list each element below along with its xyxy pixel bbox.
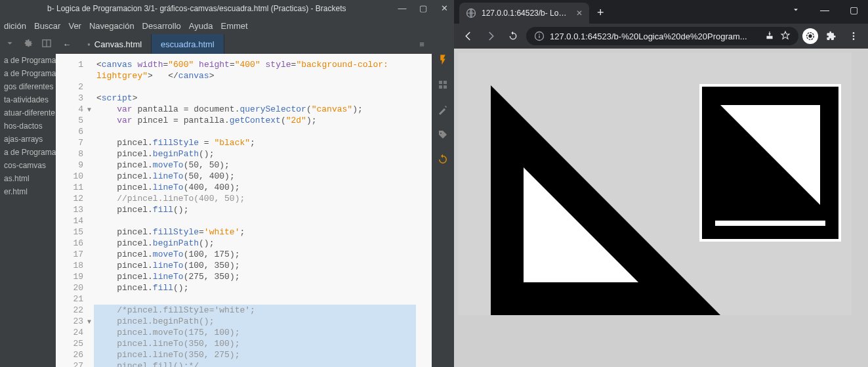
editor-area: ← Canvas.html escuadra.html ≡ 1234▼56789… — [56, 34, 432, 367]
back-button[interactable] — [459, 27, 478, 45]
reload-icon[interactable] — [437, 154, 449, 165]
svg-rect-9 — [539, 34, 539, 35]
svg-point-13 — [853, 35, 855, 37]
brackets-menubar: dición Buscar Ver Navegación Desarrollo … — [0, 17, 454, 34]
svg-rect-3 — [444, 81, 447, 84]
menu-item[interactable]: Emmet — [221, 21, 248, 31]
tree-item[interactable]: atuar-diferente — [0, 106, 56, 119]
svg-point-10 — [808, 34, 812, 37]
svg-rect-2 — [439, 81, 442, 84]
minimize-icon[interactable]: — — [810, 0, 839, 20]
menu-item[interactable]: Ver — [68, 21, 81, 31]
tag-icon[interactable] — [437, 129, 449, 140]
tab-menu-icon[interactable]: ≡ — [412, 34, 432, 54]
close-icon[interactable]: ✕ — [440, 3, 449, 12]
browser-tab[interactable]: 127.0.0.1:64523/b- Logica de Pro ✕ — [459, 3, 589, 24]
window-title: b- Logica de Programacion 3/1- gráficos-… — [4, 4, 450, 13]
menu-item[interactable]: Buscar — [34, 21, 60, 31]
line-gutter: 1234▼567891011121314151617181920212223▼2… — [56, 54, 87, 367]
globe-icon — [466, 8, 476, 18]
brackets-titlebar: b- Logica de Programacion 3/1- gráficos-… — [0, 0, 454, 17]
forward-button[interactable] — [482, 27, 500, 45]
tree-item[interactable]: gos diferentes — [0, 80, 56, 93]
extensions-puzzle-icon[interactable] — [822, 27, 840, 45]
close-tab-icon[interactable]: ✕ — [576, 9, 583, 18]
extension-manager-icon[interactable] — [437, 79, 449, 91]
editor-tab[interactable]: Canvas.html — [78, 34, 152, 54]
url-text: 127.0.0.1:64523/b-%20Logica%20de%20Progr… — [550, 32, 759, 41]
tab-title: 127.0.0.1:64523/b- Logica de Pro — [482, 9, 567, 18]
chrome-toolbar: 127.0.0.1:64523/b-%20Logica%20de%20Progr… — [454, 24, 868, 49]
editor-tab[interactable]: escuadra.html — [152, 34, 224, 54]
reload-button[interactable] — [504, 27, 522, 45]
svg-rect-8 — [539, 35, 539, 38]
maximize-icon[interactable]: ▢ — [839, 0, 868, 20]
tree-item[interactable]: ajas-arrays — [0, 133, 56, 146]
tree-item[interactable]: a de Programac — [0, 146, 56, 159]
split-icon[interactable] — [42, 39, 51, 50]
browser-viewport — [454, 49, 868, 367]
chrome-tabstrip: 127.0.0.1:64523/b- Logica de Pro ✕ + — ▢ — [454, 0, 868, 24]
canvas-output — [458, 53, 852, 315]
brackets-plugin-bar — [432, 34, 454, 367]
menu-item[interactable]: dición — [4, 21, 26, 31]
star-icon[interactable] — [780, 30, 791, 43]
tree-item[interactable]: hos-dactos — [0, 119, 56, 133]
back-arrow-icon[interactable]: ← — [56, 34, 78, 54]
chrome-window: 127.0.0.1:64523/b- Logica de Pro ✕ + — ▢… — [454, 0, 868, 367]
live-preview-icon[interactable] — [437, 54, 449, 66]
tree-item[interactable]: a de Programac — [0, 67, 56, 80]
address-bar[interactable]: 127.0.0.1:64523/b-%20Logica%20de%20Progr… — [526, 27, 798, 45]
file-tree: a de Programac a de Programac gos difere… — [0, 54, 56, 198]
source-code[interactable]: <canvas width="600" height="400" style="… — [87, 54, 432, 367]
chevron-down-icon[interactable] — [781, 0, 810, 20]
menu-item[interactable]: Navegación — [89, 21, 134, 31]
maximize-icon[interactable]: ▢ — [419, 3, 428, 12]
tab-label: Canvas.html — [94, 39, 142, 49]
gear-icon[interactable] — [24, 39, 33, 50]
kebab-menu-icon[interactable] — [844, 27, 863, 45]
extension-icon[interactable] — [802, 28, 818, 44]
svg-point-12 — [853, 32, 855, 34]
tree-item[interactable]: ta-atividades — [0, 93, 56, 106]
svg-rect-4 — [439, 85, 442, 89]
tab-label: escuadra.html — [161, 39, 215, 49]
tree-item[interactable]: cos-camvas — [0, 159, 56, 172]
share-icon[interactable] — [764, 30, 775, 43]
wand-icon[interactable] — [437, 104, 449, 116]
svg-rect-5 — [444, 85, 447, 89]
brackets-sidebar: a de Programac a de Programac gos difere… — [0, 34, 56, 367]
svg-point-14 — [853, 38, 855, 40]
menu-item[interactable]: Desarrollo — [142, 21, 181, 31]
tree-item[interactable]: as.html — [0, 172, 56, 185]
dropdown-icon[interactable] — [5, 39, 14, 50]
minimize-icon[interactable]: — — [398, 3, 407, 12]
site-info-icon[interactable] — [534, 31, 545, 41]
code-editor[interactable]: 1234▼567891011121314151617181920212223▼2… — [56, 54, 432, 367]
new-tab-button[interactable]: + — [589, 6, 612, 24]
editor-tabs: ← Canvas.html escuadra.html ≡ — [56, 34, 432, 54]
brackets-window: b- Logica de Programacion 3/1- gráficos-… — [0, 0, 454, 367]
tree-item[interactable]: er.html — [0, 185, 56, 198]
tree-item[interactable]: a de Programac — [0, 54, 56, 67]
menu-item[interactable]: Ayuda — [189, 21, 213, 31]
